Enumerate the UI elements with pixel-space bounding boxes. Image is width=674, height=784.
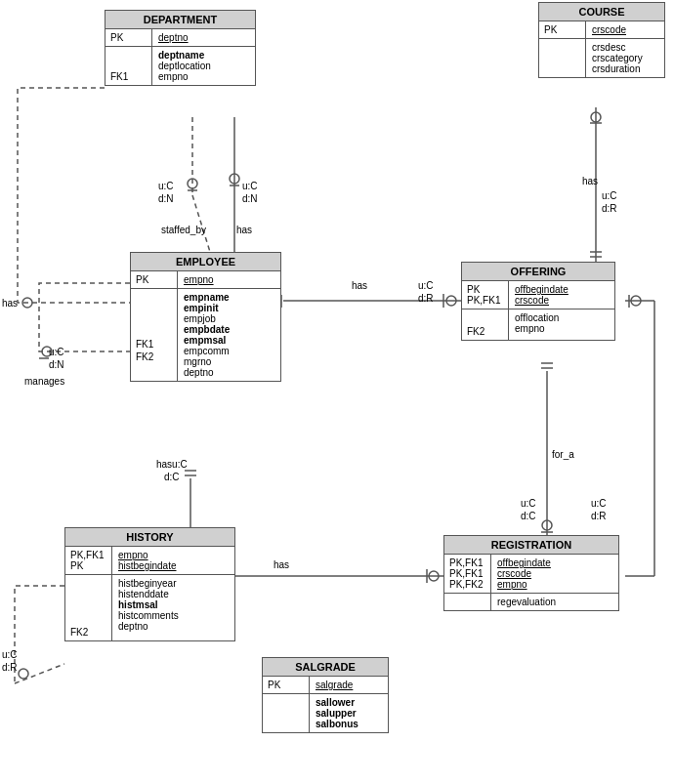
- reg-regevaluation: regevaluation: [497, 597, 556, 607]
- entity-offering: OFFERING PK PK,FK1 offbegindate crscode …: [461, 262, 615, 341]
- constraint-uc-fora2: u:C: [591, 498, 607, 509]
- sal-pk-label: PK: [268, 680, 304, 690]
- constraint-dn-manages: d:N: [49, 359, 64, 370]
- off-pkfk1-label: PK,FK1: [467, 295, 503, 306]
- label-has-dept: has: [236, 225, 252, 235]
- emp-mgrno: mgrno: [184, 356, 230, 367]
- svg-line-1: [192, 195, 210, 252]
- off-pk-label: PK: [467, 284, 503, 295]
- constraint-dr-fora2: d:R: [591, 511, 607, 521]
- entity-course: COURSE PK crscode crsdesc crscategory cr…: [538, 2, 665, 78]
- svg-point-24: [542, 520, 552, 530]
- label-for-a: for_a: [552, 449, 574, 460]
- constraint-dc-hist: d:C: [164, 472, 180, 482]
- reg-offbegindate: offbegindate: [497, 557, 551, 568]
- svg-point-38: [631, 296, 641, 306]
- label-has-course: has: [582, 176, 598, 186]
- reg-crscode: crscode: [497, 568, 551, 579]
- emp-empbdate: empbdate: [184, 324, 230, 335]
- label-manages: manages: [24, 376, 64, 387]
- svg-point-19: [591, 112, 601, 122]
- entity-employee-header: EMPLOYEE: [131, 253, 280, 271]
- entity-salgrade-header: SALGRADE: [263, 658, 388, 677]
- off-empno: empno: [515, 323, 559, 334]
- emp-empno: empno: [184, 274, 214, 285]
- emp-fk2-label: FK2: [136, 351, 172, 362]
- hist-pkfk1-label: PK,FK1: [70, 550, 106, 560]
- reg-pkfk1b-label: PK,FK1: [449, 568, 485, 579]
- constraint-dc-fora: d:C: [521, 511, 536, 521]
- constraint-uc-dept-emp: u:C: [158, 181, 174, 191]
- hist-histmsal: histmsal: [118, 599, 179, 610]
- hist-histenddate: histenddate: [118, 589, 179, 599]
- sal-salgrade: salgrade: [316, 680, 353, 690]
- dept-fk1-label: FK1: [110, 71, 147, 82]
- dept-deptno: deptno: [158, 32, 189, 43]
- course-crscode: crscode: [592, 24, 626, 35]
- dept-pk-label: PK: [110, 32, 147, 43]
- constraint-uc-hist-left: u:C: [2, 649, 18, 660]
- emp-fk1-label: FK1: [136, 339, 172, 350]
- course-pk-label: PK: [544, 24, 580, 35]
- off-offbegindate: offbegindate: [515, 284, 569, 295]
- hist-histcomments: histcomments: [118, 610, 179, 621]
- off-fk2-label: FK2: [467, 326, 503, 337]
- constraint-uc-emp-off: u:C: [418, 280, 434, 291]
- emp-deptno: deptno: [184, 367, 230, 378]
- dept-deptlocation: deptlocation: [158, 61, 211, 71]
- course-crsdesc: crsdesc: [592, 42, 643, 53]
- emp-empinit: empinit: [184, 303, 230, 313]
- svg-point-10: [22, 298, 32, 308]
- emp-pk-label: PK: [136, 274, 172, 285]
- entity-registration: REGISTRATION PK,FK1 PK,FK1 PK,FK2 offbeg…: [443, 535, 619, 611]
- dept-deptname: deptname: [158, 50, 211, 61]
- svg-point-4: [188, 179, 197, 188]
- constraint-hasu-c: hasu:C: [156, 459, 188, 470]
- constraint-dn-dept-emp: d:N: [158, 193, 174, 204]
- hist-pk-label: PK: [70, 560, 106, 571]
- course-crscategory: crscategory: [592, 53, 643, 63]
- constraint-has-uc: u:C: [242, 181, 258, 191]
- entity-department-header: DEPARTMENT: [105, 11, 255, 29]
- course-crsduration: crsduration: [592, 63, 643, 74]
- hist-fk2-label: FK2: [70, 627, 106, 638]
- sal-sallower: sallower: [316, 697, 358, 708]
- diagram-container: u:C d:N u:C d:N staffed_by has has manag…: [0, 0, 674, 784]
- hist-empno: empno: [118, 550, 177, 560]
- entity-employee: EMPLOYEE PK empno FK1 FK2 empname empini…: [130, 252, 281, 382]
- constraint-dr-course: d:R: [602, 203, 617, 214]
- constraint-uc-manages: u:C: [49, 347, 64, 357]
- dept-empno: empno: [158, 71, 211, 82]
- entity-salgrade: SALGRADE PK salgrade sallower salupper s…: [262, 657, 389, 733]
- svg-point-32: [429, 571, 439, 581]
- emp-empcomm: empcomm: [184, 346, 230, 356]
- reg-empno: empno: [497, 579, 551, 590]
- svg-point-6: [230, 174, 239, 184]
- constraint-uc-fora: u:C: [521, 498, 536, 509]
- constraint-dr-hist-left: d:R: [2, 662, 18, 673]
- hist-deptno: deptno: [118, 621, 179, 632]
- emp-empname: empname: [184, 292, 230, 303]
- constraint-uc-course: u:C: [602, 190, 617, 201]
- reg-pkfk2-label: PK,FK2: [449, 579, 485, 590]
- off-crscode: crscode: [515, 295, 569, 306]
- label-staffed-by: staffed_by: [161, 225, 206, 235]
- sal-salupper: salupper: [316, 708, 358, 719]
- constraint-has-dn: d:N: [242, 193, 258, 204]
- hist-histbegindate: histbegindate: [118, 560, 177, 571]
- label-has-emp-off: has: [352, 280, 367, 291]
- emp-empmsal: empmsal: [184, 335, 230, 346]
- entity-history-header: HISTORY: [65, 528, 234, 547]
- hist-histbeginyear: histbeginyear: [118, 578, 179, 589]
- sal-salbonus: salbonus: [316, 719, 358, 729]
- constraint-dr-emp-off: d:R: [418, 293, 434, 304]
- entity-offering-header: OFFERING: [462, 263, 614, 281]
- off-offlocation: offlocation: [515, 312, 559, 323]
- entity-registration-header: REGISTRATION: [444, 536, 618, 555]
- entity-department: DEPARTMENT PK deptno FK1 deptname deptlo…: [105, 10, 256, 86]
- entity-course-header: COURSE: [539, 3, 664, 21]
- emp-empjob: empjob: [184, 313, 230, 324]
- entity-history: HISTORY PK,FK1 PK empno histbegindate FK…: [64, 527, 235, 641]
- reg-pkfk1a-label: PK,FK1: [449, 557, 485, 568]
- label-has-left: has: [2, 298, 18, 309]
